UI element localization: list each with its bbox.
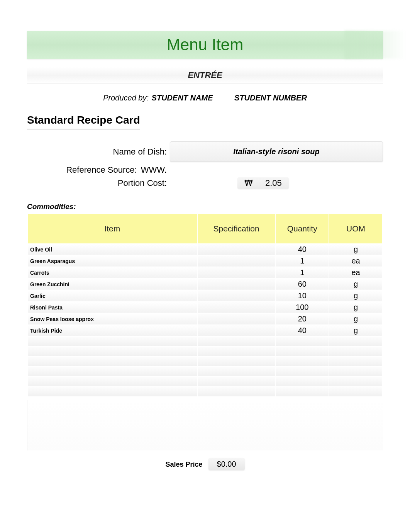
cell-spec — [198, 325, 275, 336]
sales-price-row: Sales Price $0.00 — [27, 458, 383, 470]
cell-spec — [198, 267, 275, 278]
cell-uom: g — [329, 291, 382, 301]
cell-spec — [198, 256, 275, 267]
table-row-empty — [28, 367, 382, 376]
cell-item: Snow Peas loose approx — [28, 314, 197, 325]
cell-item: Turkish Pide — [28, 325, 197, 336]
cell-spec — [198, 291, 275, 301]
cell-item: Risoni Pasta — [28, 302, 197, 313]
cell-uom: ea — [329, 267, 382, 278]
recipe-card-title: Standard Recipe Card — [27, 114, 140, 130]
produced-by-label: Produced by: — [103, 93, 149, 102]
reference-value: WWW. — [141, 165, 167, 175]
cell-spec — [198, 279, 275, 290]
dish-name-value: Italian-style risoni soup — [170, 141, 383, 162]
portion-cost-label: Portion Cost: — [27, 178, 170, 188]
method-block — [27, 400, 383, 450]
dish-name-label: Name of Dish: — [27, 147, 170, 157]
commodities-table: Item Specification Quantity UOM Olive Oi… — [27, 213, 383, 397]
portion-cost-row: Portion Cost: ₩2.05 — [27, 177, 383, 189]
commodities-label: Commodities: — [27, 202, 383, 211]
student-number: STUDENT NUMBER — [234, 93, 307, 102]
cell-spec — [198, 244, 275, 255]
cell-uom: ea — [329, 256, 382, 267]
reference-label: Reference Source: WWW. — [27, 165, 170, 175]
menu-item-header: Menu Item — [27, 31, 383, 59]
cell-item: Green Asparagus — [28, 256, 197, 267]
cell-qty: 20 — [276, 314, 329, 325]
table-row: Turkish Pide40g — [28, 325, 382, 336]
cell-uom: g — [329, 279, 382, 290]
table-row-empty — [28, 347, 382, 356]
table-row: Risoni Pasta100g — [28, 302, 382, 313]
course-text: ENTRÉE — [188, 70, 222, 80]
produced-by-row: Produced by: STUDENT NAME STUDENT NUMBER — [27, 93, 383, 102]
cell-uom: g — [329, 244, 382, 255]
table-row: Garlic10g — [28, 291, 382, 301]
cell-item: Green Zucchini — [28, 279, 197, 290]
table-row-empty — [28, 377, 382, 386]
col-item: Item — [28, 214, 197, 243]
cell-qty: 1 — [276, 267, 329, 278]
cell-qty: 100 — [276, 302, 329, 313]
cell-uom: g — [329, 302, 382, 313]
cell-qty: 60 — [276, 279, 329, 290]
table-row-empty — [28, 337, 382, 346]
col-quantity: Quantity — [276, 214, 329, 243]
cell-qty: 10 — [276, 291, 329, 301]
table-row: Carrots1ea — [28, 267, 382, 278]
reference-label-text: Reference Source: — [66, 165, 137, 175]
sales-price-value: $0.00 — [208, 458, 245, 470]
cell-qty: 40 — [276, 325, 329, 336]
table-row-empty — [28, 357, 382, 366]
cell-item: Carrots — [28, 267, 197, 278]
course-row: ENTRÉE — [27, 67, 383, 84]
portion-cost-value: ₩2.05 — [237, 177, 289, 189]
table-row-empty — [28, 387, 382, 396]
cell-qty: 40 — [276, 244, 329, 255]
currency-symbol: ₩ — [244, 178, 253, 188]
cell-uom: g — [329, 325, 382, 336]
menu-item-title: Menu Item — [167, 36, 243, 54]
table-row: Green Asparagus1ea — [28, 256, 382, 267]
table-row: Snow Peas loose approx20g — [28, 314, 382, 325]
cell-uom: g — [329, 314, 382, 325]
cell-spec — [198, 314, 275, 325]
col-specification: Specification — [198, 214, 275, 243]
reference-row: Reference Source: WWW. — [27, 165, 383, 175]
sales-price-label: Sales Price — [165, 461, 202, 468]
col-uom: UOM — [329, 214, 382, 243]
student-name: STUDENT NAME — [152, 93, 213, 102]
cell-item: Olive Oil — [28, 244, 197, 255]
portion-amount: 2.05 — [265, 178, 282, 188]
cell-item: Garlic — [28, 291, 197, 301]
table-row: Olive Oil40g — [28, 244, 382, 255]
dish-name-row: Name of Dish: Italian-style risoni soup — [27, 141, 383, 162]
table-row: Green Zucchini60g — [28, 279, 382, 290]
cell-qty: 1 — [276, 256, 329, 267]
table-header-row: Item Specification Quantity UOM — [28, 214, 382, 243]
cell-spec — [198, 302, 275, 313]
